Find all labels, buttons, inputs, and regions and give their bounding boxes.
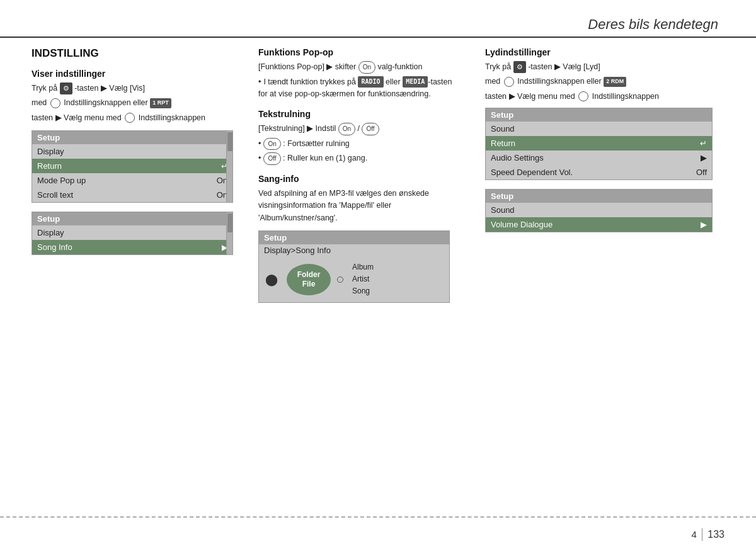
middle-para2a: [Tekstrulning] ▶ Indstil On / Off xyxy=(258,123,460,135)
rmenu1-setup-row: Setup xyxy=(486,108,712,122)
left-body-text: Tryk på ⚙ -tasten ▶ Vælg [Vis] xyxy=(32,82,233,94)
songmenu-options-row: ⬤ FolderFile AlbumArtistSong xyxy=(259,256,449,303)
main-content: INDSTILLING Viser indstillinger Tryk på … xyxy=(32,41,724,513)
knob-icon2 xyxy=(125,113,135,123)
left-menu1: Setup Display Return ↵ Mode Pop up On Sc… xyxy=(32,130,233,203)
menu1-scrolltext-row: Scroll text On xyxy=(32,188,232,202)
right-body1: Tryk på ⚙ -tasten ▶ Vælg [Lyd] xyxy=(485,61,724,73)
left-menu2-scrollbar[interactable] xyxy=(226,212,232,254)
left-body-text2: med Indstillingsknappen eller 1 RPT xyxy=(32,97,233,109)
arrow-icon-audio: ▶ xyxy=(701,153,707,162)
menu2-display-row: Display xyxy=(32,225,232,240)
rmenu2-sound-row: Sound xyxy=(486,203,712,217)
separator xyxy=(702,528,703,541)
menu1-setup-row: Setup xyxy=(32,131,232,144)
off-badge: Off xyxy=(362,123,379,135)
rmenu1-audiosettings-row: Audio Settings ▶ xyxy=(486,151,712,165)
right-heading: Lydindstillinger xyxy=(485,47,724,57)
menu1-return-row: Return ↵ xyxy=(32,159,232,173)
songmenu-display-row: Display>Song Info xyxy=(259,244,449,256)
middle-heading1: Funktions Pop-op xyxy=(258,47,460,57)
rmenu1-speeddep-row: Speed Dependent Vol. Off xyxy=(486,165,712,179)
songmenu-setup-row: Setup xyxy=(259,231,449,244)
on-badge2: On xyxy=(338,123,355,135)
middle-column: Funktions Pop-op [Funktions Pop-op] ▶ sk… xyxy=(246,41,472,513)
middle-heading3: Sang-info xyxy=(258,174,460,184)
menu1-display-row: Display xyxy=(32,144,232,159)
on-badge3: On xyxy=(263,138,280,151)
middle-para3: Ved afspilning af en MP3-fil vælges den … xyxy=(258,188,460,224)
left-sub-heading: Viser indstillinger xyxy=(32,69,233,79)
song-info-menu: Setup Display>Song Info ⬤ FolderFile Alb… xyxy=(258,230,450,304)
knob-icon-right2 xyxy=(578,91,588,101)
media-badge: MEDIA xyxy=(403,76,428,88)
menu2-setup-row: Setup xyxy=(32,212,232,225)
knob-icon-right xyxy=(504,77,514,87)
radio-dot-icon xyxy=(337,276,343,283)
right-column: Lydindstillinger Tryk på ⚙ -tasten ▶ Væl… xyxy=(472,41,724,513)
album-artist-song: AlbumArtistSong xyxy=(352,261,374,298)
scroll-thumb2 xyxy=(227,213,232,232)
knob-icon xyxy=(50,98,60,108)
left-body-text3: tasten ▶ Vælg menu med Indstillingsknapp… xyxy=(32,112,233,124)
middle-heading2: Tekstrulning xyxy=(258,109,460,119)
header-title: Deres bils kendetegn xyxy=(588,16,718,33)
rmenu1-sound-row: Sound xyxy=(486,122,712,136)
radio-badge: RADIO xyxy=(358,76,383,88)
rpt-badge: 1 RPT xyxy=(150,98,171,108)
menu1-modepopup-row: Mode Pop up On xyxy=(32,173,232,188)
middle-para2b: •On : Fortsætter rulning xyxy=(258,138,460,151)
middle-para1: [Funktions Pop-op] ▶ skifter On valg-fun… xyxy=(258,61,460,74)
return-icon-right: ↵ xyxy=(700,139,707,148)
chapter-number: 4 xyxy=(691,529,696,540)
page-number-text: 133 xyxy=(707,529,724,540)
gear-icon: ⚙ xyxy=(60,82,72,94)
left-menu1-scrollbar[interactable] xyxy=(226,131,232,202)
right-menu2: Setup Sound Volume Dialogue ▶ xyxy=(485,189,713,232)
on-badge: On xyxy=(358,61,375,74)
middle-para1b: •I tændt funktion trykkes på RADIO eller… xyxy=(258,76,460,101)
footer: 4 133 xyxy=(0,516,756,551)
menu2-songinfo-row: Song Info ▶ xyxy=(32,240,232,254)
middle-para2c: •Off : Ruller kun en (1) gang. xyxy=(258,152,460,165)
right-menu1: Setup Sound Return ↵ Audio Settings ▶ Sp… xyxy=(485,108,713,180)
rmenu1-return-row: Return ↵ xyxy=(486,136,712,151)
rmenu2-volumedialogue-row: Volume Dialogue ▶ xyxy=(486,217,712,232)
gear-icon-right: ⚙ xyxy=(513,61,526,73)
filled-circle-icon: ⬤ xyxy=(265,273,278,287)
folder-file-button[interactable]: FolderFile xyxy=(287,264,331,295)
left-column: INDSTILLING Viser indstillinger Tryk på … xyxy=(32,41,246,513)
rmenu2-setup-row: Setup xyxy=(486,190,712,203)
right-body2: med Indstillingsknappen eller 2 RDM xyxy=(485,76,724,88)
arrow-icon-volume: ▶ xyxy=(701,220,707,229)
scroll-thumb xyxy=(227,132,232,151)
off-badge2: Off xyxy=(263,152,280,165)
left-menu2: Setup Display Song Info ▶ xyxy=(32,212,233,255)
header-bar: Deres bils kendetegn xyxy=(0,0,756,38)
left-main-heading: INDSTILLING xyxy=(32,47,233,60)
right-body3: tasten ▶ Vælg menu med Indstillingsknapp… xyxy=(485,91,724,103)
page-number: 4 133 xyxy=(691,528,724,541)
rdm-badge: 2 RDM xyxy=(604,77,626,87)
